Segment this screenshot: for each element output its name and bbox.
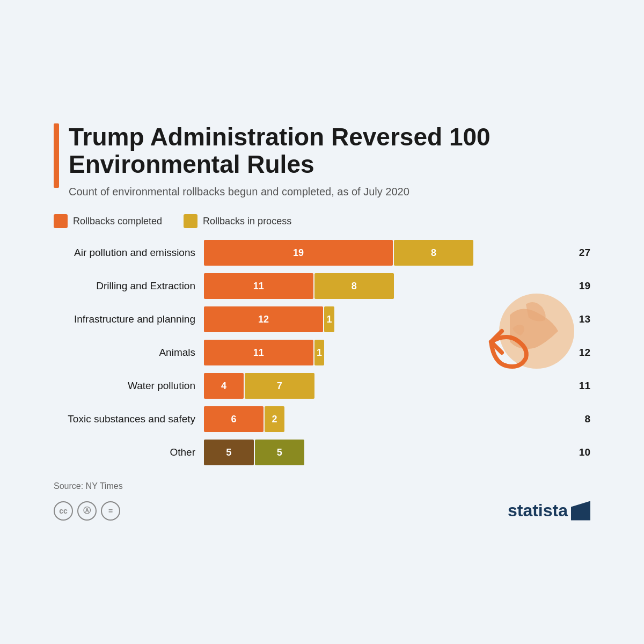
completed-segment: 5 <box>204 440 254 465</box>
bar-segments: 55 <box>204 440 574 465</box>
chart-wrapper: Air pollution and emissions19827Drilling… <box>54 240 590 465</box>
completed-swatch <box>54 214 68 228</box>
bar-segments: 198 <box>204 240 574 266</box>
statista-text: statista <box>508 501 568 521</box>
inprocess-label: Rollbacks in process <box>203 216 291 227</box>
legend-completed: Rollbacks completed <box>54 214 162 228</box>
inprocess-segment: 7 <box>245 373 314 399</box>
bar-row: Other5510 <box>54 440 590 465</box>
subtitle: Count of environmental rollbacks begun a… <box>69 184 590 199</box>
bar-total: 12 <box>579 347 590 358</box>
completed-segment: 6 <box>204 406 264 432</box>
bar-label: Animals <box>54 347 204 358</box>
statista-icon <box>571 501 590 521</box>
completed-segment: 4 <box>204 373 244 399</box>
completed-label: Rollbacks completed <box>73 216 162 227</box>
accent-bar <box>54 123 59 188</box>
legend: Rollbacks completed Rollbacks in process <box>54 214 590 228</box>
cc-icons: cc Ⓐ = <box>54 501 120 521</box>
inprocess-segment: 2 <box>265 406 284 432</box>
equals-icon: = <box>101 501 120 521</box>
bar-total: 8 <box>584 413 590 425</box>
legend-inprocess: Rollbacks in process <box>184 214 291 228</box>
info-icon: Ⓐ <box>77 501 97 521</box>
completed-segment: 19 <box>204 240 393 266</box>
bar-label: Drilling and Extraction <box>54 280 204 292</box>
bar-label: Air pollution and emissions <box>54 247 204 259</box>
globe-decoration <box>483 288 580 385</box>
inprocess-segment: 5 <box>255 440 305 465</box>
inprocess-segment: 8 <box>314 273 394 299</box>
bar-segments: 62 <box>204 406 579 432</box>
bar-total: 10 <box>579 447 590 458</box>
title-block: Trump Administration Reversed 100 Enviro… <box>69 123 590 199</box>
source: Source: NY Times <box>54 481 590 491</box>
bar-total: 27 <box>579 247 590 259</box>
bar-label: Water pollution <box>54 380 204 392</box>
inprocess-segment: 1 <box>324 306 334 332</box>
completed-segment: 11 <box>204 273 313 299</box>
bar-label: Infrastructure and planning <box>54 313 204 325</box>
bar-total: 13 <box>579 313 590 325</box>
bar-label: Toxic substances and safety <box>54 413 204 425</box>
completed-segment: 11 <box>204 340 313 365</box>
bar-total: 19 <box>579 280 590 292</box>
inprocess-segment: 1 <box>314 340 325 365</box>
cc-icon: cc <box>54 501 73 521</box>
header: Trump Administration Reversed 100 Enviro… <box>54 123 590 199</box>
main-title: Trump Administration Reversed 100 Enviro… <box>69 123 590 178</box>
bar-row: Air pollution and emissions19827 <box>54 240 590 266</box>
bar-total: 11 <box>579 380 590 392</box>
inprocess-swatch <box>184 214 197 228</box>
inprocess-segment: 8 <box>394 240 473 266</box>
statista-logo: statista <box>508 501 590 521</box>
bar-label: Other <box>54 447 204 458</box>
infographic-card: Trump Administration Reversed 100 Enviro… <box>27 102 617 542</box>
footer: cc Ⓐ = statista <box>54 501 590 521</box>
completed-segment: 12 <box>204 306 323 332</box>
bar-row: Toxic substances and safety628 <box>54 406 590 432</box>
